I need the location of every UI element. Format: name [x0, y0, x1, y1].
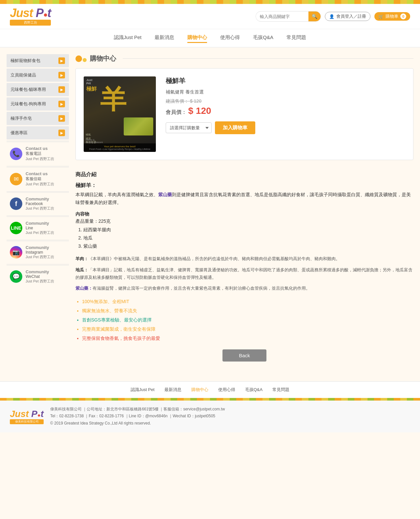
- footer-nav-about[interactable]: 認識Just Pet: [131, 387, 155, 393]
- contact-fb-sub2: Just Pet 西野工坊: [26, 206, 54, 211]
- facebook-icon: f: [10, 197, 22, 210]
- footer-nav-shop[interactable]: 購物中心: [191, 387, 208, 393]
- sidebar-contact-email[interactable]: ✉ Contact us 客服信箱 Just Pet 西野工坊: [7, 167, 69, 191]
- dot-small: [83, 58, 87, 62]
- highlight-1: 獨家無油無水、營養不流失: [82, 306, 413, 315]
- product-info: 極鮮羊 補氣健胃 養生首選 建議售價： $ 120 會員價： $ 120 請選擇…: [166, 76, 405, 152]
- sidebar-item-health[interactable]: 立員能保健品 ▶: [7, 69, 69, 82]
- content-label: 內容物: [75, 211, 413, 217]
- nav-item-about[interactable]: 認識Just Pet: [114, 33, 141, 43]
- title-decoration: [75, 55, 87, 62]
- ingredient-2: 地瓜: [83, 234, 413, 242]
- add-to-cart-button[interactable]: 加入購物車: [215, 121, 255, 134]
- back-button[interactable]: Back: [222, 349, 266, 362]
- product-img-oilfree: Oilfree &Healthy pleasure: [86, 139, 103, 143]
- sidebar-divider-5: [7, 240, 69, 240]
- nav-item-news[interactable]: 最新消息: [155, 33, 174, 43]
- sidebar-contact-wechat[interactable]: 💬 Community WeChat Just Pet 西野工坊: [7, 265, 69, 288]
- contact-email-title: Contact us: [26, 171, 54, 176]
- ingredient-detail-0: 羊肉：《本草綱目》中被稱為元陽、是有益氣補身的溫熱補品，所含的鈣也遠低於牛肉、豬…: [75, 255, 413, 262]
- footer-info: 偉美科技有限公司 ｜公司地址：新北市中和區板橋路661號5樓 ｜客服信箱：ser…: [50, 406, 225, 427]
- section-title: 商品介紹: [75, 171, 413, 178]
- footer: Just P●t 偉美科技有限公司 偉美科技有限公司 ｜公司地址：新北市中和區板…: [0, 401, 420, 432]
- contact-fb-title: Community: [26, 197, 54, 201]
- sidebar-item-fresh-food[interactable]: 極鮮寵物鮮食包 ▶: [7, 54, 69, 67]
- content-weight: 產品重量：225克: [75, 218, 413, 224]
- contact-line-sub2: Just Pet 西野工坊: [26, 230, 54, 235]
- member-icon: 👤: [329, 14, 334, 19]
- ingredient-detail-1: 地瓜：「本草綱目」記載，地瓜有補虛乏、益氣生津、健脾胃、寬腸胃及通便秘的功效。地…: [75, 266, 413, 281]
- quantity-select[interactable]: 請選擇訂購數量 1 2 3: [166, 122, 212, 133]
- phone-icon: 📞: [10, 148, 22, 160]
- cart-count: 0: [400, 13, 406, 19]
- detail-intro: 本草綱目記載，羊肉具有溫潤補氣之效、紫山藥則是健脾健胃且富含抗氧花青素的首選、地…: [75, 191, 413, 207]
- product-img-brand-label: Just Pét 極鮮: [86, 78, 97, 93]
- contact-ig-sub1: Instagram: [26, 250, 54, 255]
- contact-line-sub1: Line: [26, 226, 54, 230]
- contact-phone-sub1: 客服電話: [26, 151, 54, 156]
- top-decorative-border: [0, 0, 420, 4]
- highlight-0: 100%無添加、全程MIT: [82, 297, 413, 306]
- main-nav: 認識Just Pet 最新消息 購物中心 使用心得 毛孩Q&A 常見問題: [0, 29, 420, 48]
- sidebar-arrow-4: ▶: [58, 115, 65, 122]
- sidebar-divider-2: [7, 166, 69, 166]
- search-input[interactable]: [256, 14, 308, 19]
- product-name: 極鮮羊: [166, 76, 405, 85]
- highlight-list: 100%無添加、全程MIT 獨家無油無水、營養不流失 首創SGS專業檢驗、最安心…: [75, 297, 413, 343]
- sidebar-divider-1: [7, 141, 69, 141]
- product-actions: 請選擇訂購數量 1 2 3 加入購物車: [166, 121, 405, 134]
- product-price-original: 建議售價： $ 120: [166, 98, 405, 104]
- line-icon: LINE: [10, 222, 22, 234]
- cart-icon: 🛒: [378, 14, 384, 19]
- nav-item-faq[interactable]: 常見問題: [286, 33, 306, 43]
- highlight-2: 首創SGS專業檢驗、最安心的選擇: [82, 315, 413, 324]
- footer-nav-qa[interactable]: 毛孩Q&A: [245, 387, 262, 393]
- nav-item-shop[interactable]: 購物中心: [187, 33, 207, 43]
- footer-nav-faq[interactable]: 常見問題: [272, 387, 289, 393]
- product-img-char: 羊: [100, 86, 126, 113]
- sidebar-divider-4: [7, 216, 69, 216]
- contact-line-title: Community: [26, 221, 54, 226]
- nav-item-qa[interactable]: 毛孩Q&A: [253, 33, 273, 43]
- product-desc: 補氣健胃 養生首選: [166, 89, 405, 95]
- search-box[interactable]: 🔍: [256, 11, 321, 22]
- ingredient-1: 紐西蘭羊腿肉: [83, 226, 413, 234]
- highlight-3: 完整商業滅菌製成，衛生安全有保障: [82, 324, 413, 334]
- ingredient-detail-2: 紫山藥：有滋腸益腎，健脾止瀉等一定的食療作用，並且含有大量紫色花青素，有利於治療…: [75, 284, 413, 292]
- sidebar-contact-line[interactable]: LINE Community Line Just Pet 西野工坊: [7, 217, 69, 239]
- sidebar-item-cat-meals[interactable]: 元味餐包-貓咪專用 ▶: [7, 83, 69, 96]
- footer-nav: 認識Just Pet 最新消息 購物中心 使用心得 毛孩Q&A 常見問題: [0, 381, 420, 398]
- sidebar-item-promo[interactable]: 優惠專區 ▶: [7, 126, 69, 139]
- bottom-decorative-border: [0, 398, 420, 401]
- logo-area: Just P●t 西野工坊: [10, 7, 51, 26]
- search-button[interactable]: 🔍: [308, 11, 321, 22]
- footer-nav-news[interactable]: 最新消息: [164, 387, 181, 393]
- sidebar-item-dog-meals[interactable]: 元味餐包-狗狗專用 ▶: [7, 97, 69, 111]
- page-title-divider: [123, 58, 413, 59]
- sidebar-arrow-3: ▶: [58, 101, 65, 107]
- logo-badge: 西野工坊: [10, 20, 51, 26]
- contact-fb-sub1: Facebook: [26, 201, 54, 206]
- sidebar-arrow-2: ▶: [58, 86, 65, 93]
- detail-product-label: 極鮮羊：: [75, 182, 413, 189]
- cart-button[interactable]: 🛒 購物車 0: [374, 12, 410, 21]
- page-title: 購物中心: [90, 54, 116, 63]
- sidebar-item-soap[interactable]: 極淨手作皂 ▶: [7, 112, 69, 125]
- nav-item-tips[interactable]: 使用心得: [220, 33, 240, 43]
- sidebar-contact-phone[interactable]: 📞 Contact us 客服電話 Just Pet 西野工坊: [7, 142, 69, 165]
- contact-ig-sub2: Just Pet 西野工坊: [26, 255, 54, 260]
- header: Just P●t 西野工坊 🔍 👤 會員登入／註冊 🛒 購物車 0: [0, 4, 420, 29]
- sidebar-contact-facebook[interactable]: f Community Facebook Just Pet 西野工坊: [7, 192, 69, 215]
- content-wrapper: 極鮮寵物鮮食包 ▶ 立員能保健品 ▶ 元味餐包-貓咪專用 ▶ 元味餐包-狗狗專用…: [0, 48, 420, 381]
- wechat-icon: 💬: [10, 270, 22, 283]
- footer-nav-tips[interactable]: 使用心得: [218, 387, 235, 393]
- contact-email-sub1: 客服信箱: [26, 176, 54, 182]
- sidebar-arrow-5: ▶: [58, 130, 65, 136]
- contact-ig-title: Community: [26, 245, 54, 250]
- logo-pet: P: [36, 6, 43, 20]
- sidebar-contact-instagram[interactable]: 📷 Community Instagram Just Pet 西野工坊: [7, 241, 69, 263]
- member-login-button[interactable]: 👤 會員登入／註冊: [325, 12, 370, 21]
- sidebar: 極鮮寵物鮮食包 ▶ 立員能保健品 ▶ 元味餐包-貓咪專用 ▶ 元味餐包-狗狗專用…: [7, 54, 69, 375]
- footer-logo: Just P●t 偉美科技有限公司: [10, 409, 44, 424]
- product-image: Just Pét 極鮮 羊 補氣 健胃 養生首選 Your pet deserv…: [84, 76, 156, 152]
